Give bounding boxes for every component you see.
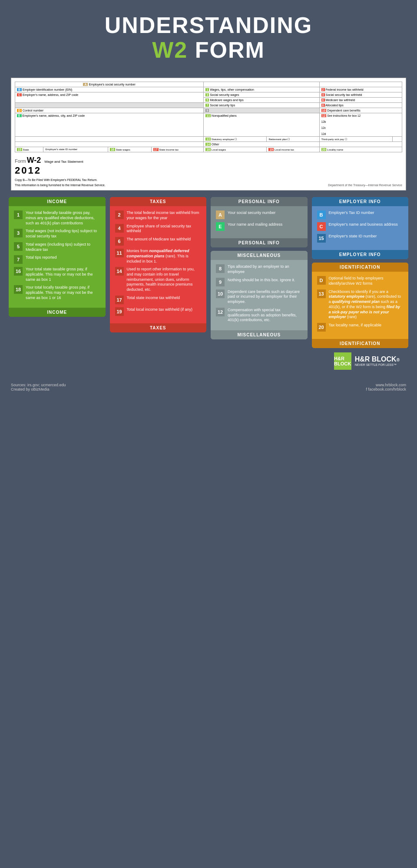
box-9-label: 9 [205,109,209,112]
personal-letter-e: E [216,222,225,231]
misc-num-10: 10 [216,289,225,298]
id-item-20: 20 Tax locality name, if applicable [317,323,404,332]
box-12-label: 12 [321,114,327,117]
taxes-num-14: 14 [115,267,124,276]
income-body: 1 Your total federally taxable gross pay… [9,206,106,308]
id-item-13: 13 Checkboxes to identify if you are a s… [317,289,404,320]
income-num-7: 7 [14,255,23,264]
box-8-label: 8 [321,104,325,107]
income-num-16: 16 [14,267,23,276]
misc-text-8: Tips allocated by an employer to an empl… [228,264,302,274]
footer-sources: Sources: irs.gov; ucmerced.edu [11,383,66,387]
header-line2: W2 FORM [9,38,408,62]
col4: EMPLOYER INFO B Employer's Tax ID number… [312,197,409,372]
taxes-text-4: Employee share of social security tax wi… [127,224,202,234]
id-letter-13: 13 [317,289,326,298]
box-1-label: 1 [205,88,209,91]
employer-text-15: Employer's state ID number [329,234,377,239]
personal-text-a: Your social security number [228,210,275,216]
w2-copy-text2: This information is being furnished to t… [15,184,106,187]
box-2-label: 2 [321,88,325,91]
footer-left: Sources: irs.gov; ucmerced.edu Created b… [11,383,66,391]
misc-text-9: Nothing should be in this box. Ignore it… [228,278,295,283]
id-text-d: Optional field to help employers identif… [329,276,404,286]
income-item-5: 5 Total wages (including tips) subject t… [14,242,100,252]
id-header: IDENTIFICATION [312,263,409,272]
id-body: D Optional field to help employers ident… [312,272,409,339]
box-10-label: 10 [321,109,327,112]
header-line1: UNDERSTANDING [9,13,408,38]
misc-num-8: 8 [216,264,225,273]
income-num-18: 18 [14,285,23,294]
id-text-20: Tax locality name, if applicable [329,323,382,328]
col3: PERSONAL INFO A Your social security num… [211,197,308,372]
misc-section: MISCELLANEOUS 8 Tips allocated by an emp… [211,251,308,339]
box-18-label: 18 [205,148,211,151]
footer-facebook-text: facebook.com/hrblock [368,387,406,391]
taxes-item-6: 6 The amount of Medicare tax withheld [115,237,202,246]
taxes-num-6: 6 [115,237,124,246]
employer-item-c: C Employer's name and business address [317,222,404,231]
taxes-text-19: Total local income tax withheld (if any) [127,307,193,312]
box-16-label: 16 [110,148,115,151]
box-a-label: A [83,83,88,86]
taxes-column: TAXES 2 The total federal income tax wit… [110,197,207,372]
income-item-16: 16 Your total state taxable gross pay, i… [14,267,100,282]
taxes-section: TAXES 2 The total federal income tax wit… [110,197,207,332]
personal-header: PERSONAL INFO [211,197,308,206]
misc-item-12: 12 Compensation with special tax qualifi… [216,308,302,323]
taxes-num-2: 2 [115,210,124,219]
taxes-item-19: 19 Total local income tax withheld (if a… [115,307,202,316]
misc-num-9: 9 [216,278,225,286]
income-text-16: Your total state taxable gross pay, if a… [26,267,100,282]
income-text-3: Total wages (not including tips) subject… [26,229,100,239]
misc-text-10: Dependent care benefits such as daycare … [228,289,302,305]
hrblock-logo: H&RBLOCK H&R BLOCK® NEVER SETTLE FOR LES… [321,352,400,370]
id-item-d: D Optional field to help employers ident… [317,276,404,286]
employer-letter-c: C [317,222,326,231]
income-item-1: 1 Your total federally taxable gross pay… [14,210,100,226]
income-item-18: 18 Your total locally taxable gross pay,… [14,285,100,300]
taxes-footer: TAXES [110,323,207,332]
hrblock-square-text: H&RBLOCK [334,356,351,366]
w2-table: A Employee's social security number B Em… [15,82,402,152]
bottom-sections: INCOME 1 Your total federally taxable gr… [9,197,408,372]
income-section: INCOME 1 Your total federally taxable gr… [9,197,106,317]
taxes-body: 2 The total federal income tax withheld … [110,206,207,323]
box-17-label: 17 [153,148,159,151]
income-num-3: 3 [14,229,23,237]
id-letter-d: D [317,276,326,285]
id-footer: IDENTIFICATION [312,339,409,348]
w2-form-bottom: Form W-2 Wage and Tax Statement 2012 Cop… [15,156,402,187]
employer-letter-b: B [317,210,326,219]
w2-year: 2012 [15,165,106,176]
taxes-num-19: 19 [115,307,124,316]
hrblock-tagline: NEVER SETTLE FOR LESS™ [355,363,400,366]
employer-body: B Employer's Tax ID number C Employer's … [312,206,409,250]
income-header: INCOME [9,197,106,206]
taxes-item-2: 2 The total federal income tax withheld … [115,210,202,220]
footer-right: www.hrblock.com f facebook.com/hrblock [366,383,406,391]
taxes-text-17: Total state income tax withheld [127,296,180,301]
box-20-label: 20 [321,148,327,151]
income-text-5: Total wages (including tips) subject to … [26,242,100,252]
hrblock-brand: H&R BLOCK® NEVER SETTLE FOR LESS™ [355,355,400,366]
personal-body: A Your social security number E Your nam… [211,206,308,238]
hrblock-name: H&R BLOCK® [355,355,400,363]
box-6-label: 6 [321,99,325,102]
footer-created: Created by oBizMedia [11,387,66,391]
hrblock-name-text: H&R BLOCK [355,355,397,363]
header-form: FORM [188,37,265,62]
misc-footer: MISCELLANEOUS [211,330,308,339]
income-text-18: Your total locally taxable gross pay, if… [26,285,100,300]
footer-website: www.hrblock.com [366,383,406,387]
income-item-7: 7 Total tips reported [14,255,100,264]
income-column: INCOME 1 Your total federally taxable gr… [9,197,106,372]
box-11-label: 11 [205,114,211,117]
box-13-label: 13 [205,138,211,141]
box-14-label: 14 [205,143,211,146]
box-4-label: 4 [321,93,325,96]
income-footer: INCOME [9,308,106,317]
income-text-7: Total tips reported [26,255,57,260]
w2-form-mockup: A Employee's social security number B Em… [11,78,406,191]
